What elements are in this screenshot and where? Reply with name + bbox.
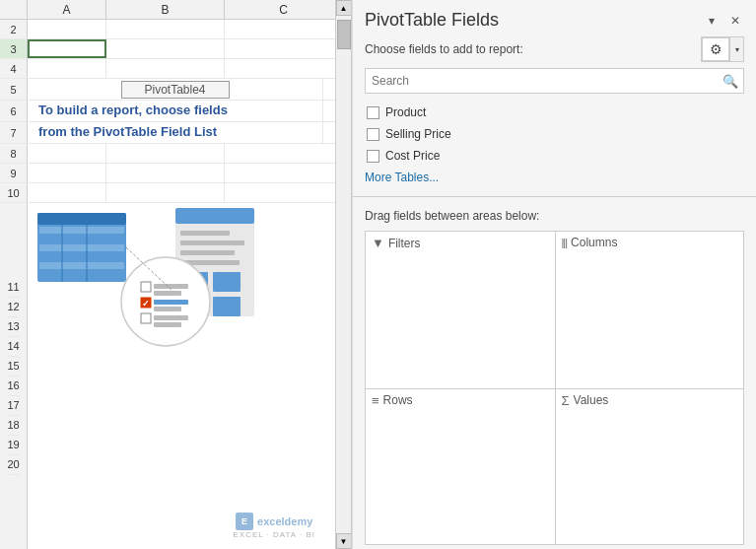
svg-rect-25: [154, 300, 188, 305]
field-label-product: Product: [385, 105, 426, 119]
cell-10c[interactable]: [225, 183, 335, 202]
svg-rect-12: [180, 240, 244, 245]
scroll-down-button[interactable]: ▼: [336, 533, 352, 549]
svg-rect-21: [154, 284, 188, 289]
areas-grid: ▼ Filters ||| Columns ≡ Rows Σ Values: [365, 231, 744, 545]
more-tables-link[interactable]: More Tables...: [365, 171, 744, 184]
field-item-selling-price: Selling Price: [365, 123, 744, 145]
row-number: 9: [0, 164, 28, 182]
rows-area-header: ≡ Rows: [372, 393, 549, 408]
svg-rect-16: [213, 272, 241, 292]
table-row: 3: [0, 39, 335, 59]
drag-section-label: Drag fields between areas below:: [353, 201, 756, 227]
cell-9a[interactable]: [28, 164, 106, 182]
columns-area-header: ||| Columns: [562, 236, 738, 249]
svg-rect-13: [180, 250, 235, 255]
vertical-scrollbar[interactable]: ▲ ▼: [335, 0, 351, 549]
cell-4b[interactable]: [106, 59, 225, 78]
svg-rect-28: [154, 315, 188, 320]
search-icon: 🔍: [722, 74, 738, 89]
svg-rect-27: [141, 313, 151, 323]
cell-2c[interactable]: [225, 20, 335, 38]
fields-list: Product Selling Price Cost Price: [365, 102, 744, 167]
illustration-area: 11 12 13 14 15 16 17 18 19 20: [0, 203, 335, 549]
row-number: 6: [0, 101, 28, 121]
col-header-c[interactable]: C: [225, 0, 335, 19]
gear-dropdown[interactable]: ⚙ ▾: [701, 36, 744, 62]
cell-4c[interactable]: [225, 59, 335, 78]
cell-2a[interactable]: [28, 20, 106, 38]
table-row: 9: [0, 164, 335, 183]
svg-rect-2: [39, 227, 124, 234]
values-label: Values: [574, 393, 609, 407]
columns-area[interactable]: ||| Columns: [555, 231, 745, 388]
cell-9c[interactable]: [225, 164, 335, 182]
rows-area[interactable]: ≡ Rows: [365, 388, 555, 546]
column-headers: A B C: [0, 0, 335, 20]
row-number: 3: [0, 39, 28, 58]
columns-icon: |||: [562, 237, 568, 248]
svg-rect-18: [213, 297, 241, 316]
filters-label: Filters: [388, 237, 421, 250]
cell-6a[interactable]: To build a report, choose fields: [28, 101, 323, 121]
field-checkbox-cost-price[interactable]: [367, 150, 379, 163]
pivot-name-cell[interactable]: PivotTable4: [28, 79, 323, 100]
row-number: 12: [7, 298, 19, 317]
search-input[interactable]: [365, 68, 744, 94]
filters-area-header: ▼ Filters: [372, 236, 549, 250]
cell-3a[interactable]: [28, 39, 106, 58]
gear-button[interactable]: ⚙: [702, 37, 729, 61]
pivot-panel-title: PivotTable Fields: [365, 10, 499, 31]
row-number: 11: [7, 278, 19, 298]
minimize-button[interactable]: ▾: [703, 12, 721, 30]
filter-icon: ▼: [372, 236, 384, 250]
scroll-thumb[interactable]: [337, 20, 351, 49]
pivot-illustration-svg: ✓: [28, 203, 323, 400]
sigma-icon: Σ: [562, 393, 570, 408]
field-checkbox-selling-price[interactable]: [367, 128, 379, 141]
cell-7a[interactable]: from the PivotTable Field List: [28, 122, 323, 143]
scroll-up-button[interactable]: ▲: [336, 0, 352, 16]
table-row: 5 PivotTable4: [0, 79, 335, 101]
values-area[interactable]: Σ Values: [555, 388, 745, 546]
row-number: 17: [7, 396, 19, 416]
cell-8b[interactable]: [106, 144, 225, 163]
svg-rect-1: [37, 213, 126, 225]
svg-rect-11: [180, 231, 230, 236]
pivot-subtitle-row: Choose fields to add to report: ⚙ ▾: [353, 36, 756, 68]
cell-10b[interactable]: [106, 183, 225, 202]
svg-rect-10: [175, 208, 254, 224]
gear-dropdown-arrow[interactable]: ▾: [729, 37, 743, 61]
svg-rect-29: [154, 322, 181, 327]
cell-2b[interactable]: [106, 20, 225, 38]
cell-10a[interactable]: [28, 183, 106, 202]
svg-rect-3: [39, 236, 124, 242]
cell-3c[interactable]: [225, 39, 335, 58]
close-button[interactable]: ✕: [726, 12, 744, 30]
field-label-cost-price: Cost Price: [385, 149, 440, 163]
svg-rect-20: [141, 282, 151, 292]
field-checkbox-product[interactable]: [367, 106, 379, 119]
row-number: 13: [7, 317, 19, 337]
table-row: 4: [0, 59, 335, 79]
cell-8c[interactable]: [225, 144, 335, 163]
cell-3b[interactable]: [106, 39, 225, 58]
row-number: 20: [7, 455, 19, 475]
filters-area[interactable]: ▼ Filters: [365, 231, 555, 388]
row-number: 2: [0, 20, 28, 38]
svg-text:✓: ✓: [142, 299, 150, 309]
cell-9b[interactable]: [106, 164, 225, 182]
cell-4a[interactable]: [28, 59, 106, 78]
row-number: 18: [7, 416, 19, 436]
row-number: 14: [7, 337, 19, 357]
values-area-header: Σ Values: [562, 393, 738, 408]
panel-divider: [353, 196, 756, 197]
svg-rect-4: [39, 244, 124, 251]
cell-8a[interactable]: [28, 144, 106, 163]
rows-label: Rows: [383, 393, 413, 407]
col-header-a[interactable]: A: [28, 0, 106, 19]
columns-label: Columns: [571, 236, 617, 249]
col-header-b[interactable]: B: [106, 0, 225, 19]
search-container: 🔍: [365, 68, 744, 94]
pivot-header-controls: ▾ ✕: [703, 12, 744, 30]
